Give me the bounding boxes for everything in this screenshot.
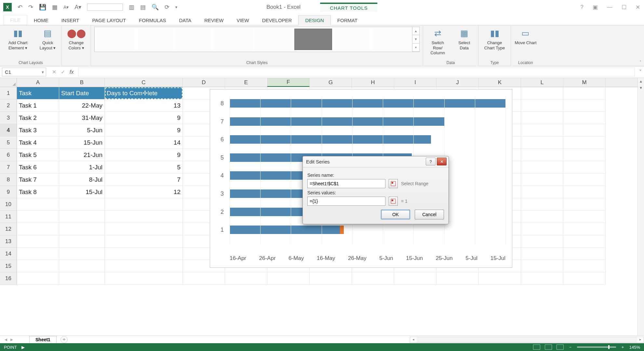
row-head-6[interactable]: 6 (0, 149, 17, 161)
col-head-M[interactable]: M (563, 78, 606, 87)
series-values-input[interactable] (307, 197, 385, 206)
cell-M5[interactable] (563, 136, 606, 149)
expand-formula-bar[interactable]: ˅ (637, 66, 644, 78)
collapse-ribbon-button[interactable]: ˄ (639, 60, 641, 65)
add-chart-element-button[interactable]: ▮▮Add Chart Element ▾ (3, 27, 33, 50)
col-head-J[interactable]: J (436, 78, 479, 87)
chart-bar[interactable] (230, 117, 445, 126)
cell-L11[interactable] (521, 211, 563, 223)
tab-review[interactable]: REVIEW (198, 16, 230, 25)
macro-record-icon[interactable]: ▶ (21, 345, 25, 350)
cell-C11[interactable] (105, 211, 183, 223)
move-chart-button[interactable]: ▭Move Chart (515, 27, 536, 46)
qat-btn-3[interactable]: 🔍 (152, 4, 159, 11)
cell-A11[interactable] (17, 211, 59, 223)
cell-M9[interactable] (563, 186, 606, 198)
sheet-nav-prev[interactable]: ◂ (5, 336, 7, 343)
cell-M1[interactable] (563, 87, 606, 99)
cell-M8[interactable] (563, 174, 606, 186)
cell-M11[interactable] (563, 211, 606, 223)
row-head-15[interactable]: 15 (0, 260, 17, 272)
chart-style-5[interactable] (255, 29, 292, 50)
cell-A10[interactable] (17, 198, 59, 211)
cell-L8[interactable] (521, 174, 563, 186)
cell-E16[interactable] (225, 272, 267, 285)
cell-J16[interactable] (436, 272, 479, 285)
chart-style-8[interactable] (374, 29, 411, 50)
font-dec-icon[interactable]: A▾ (63, 5, 69, 10)
cell-M3[interactable] (563, 112, 606, 124)
tab-formulas[interactable]: FORMULAS (132, 16, 172, 25)
row-head-5[interactable]: 5 (0, 136, 17, 149)
cell-A2[interactable]: Task 1 (17, 99, 59, 112)
cell-A1[interactable]: Task (17, 87, 59, 99)
chart-bar[interactable] (230, 99, 505, 108)
tab-view[interactable]: VIEW (230, 16, 255, 25)
view-page-layout-button[interactable] (545, 344, 552, 350)
col-head-C[interactable]: C (105, 78, 183, 87)
col-head-E[interactable]: E (225, 78, 267, 87)
tab-file[interactable]: FILE (3, 15, 27, 25)
row-head-14[interactable]: 14 (0, 248, 17, 260)
view-page-break-button[interactable] (557, 344, 564, 350)
cell-A5[interactable]: Task 4 (17, 136, 59, 149)
row-head-16[interactable]: 16 (0, 272, 17, 285)
series-name-input[interactable] (307, 179, 385, 188)
dialog-close-button[interactable]: ✕ (437, 158, 447, 165)
cell-B8[interactable]: 8-Jul (59, 174, 105, 186)
row-head-8[interactable]: 8 (0, 174, 17, 186)
cell-G16[interactable] (310, 272, 352, 285)
cell-C8[interactable]: 7 (105, 174, 183, 186)
cell-B7[interactable]: 1-Jul (59, 161, 105, 174)
cell-M4[interactable] (563, 124, 606, 136)
cell-B3[interactable]: 31-May (59, 112, 105, 124)
cell-L4[interactable] (521, 124, 563, 136)
tab-format[interactable]: FORMAT (331, 16, 364, 25)
col-head-F[interactable]: F (267, 78, 310, 87)
quick-layout-button[interactable]: ▤Quick Layout ▾ (37, 27, 58, 50)
cell-B16[interactable] (59, 272, 105, 285)
chart-styles-gallery[interactable]: ▲▼▾ (94, 27, 420, 52)
tab-developer[interactable]: DEVELOPER (256, 16, 299, 25)
qat-btn-4[interactable]: ⟳ (165, 4, 169, 11)
cell-L6[interactable] (521, 149, 563, 161)
styles-more[interactable]: ▾ (412, 44, 419, 52)
fx-icon[interactable]: fx (70, 69, 74, 75)
chart-bar[interactable] (230, 226, 340, 234)
cell-A4[interactable]: Task 3 (17, 124, 59, 136)
scroll-down[interactable]: ▼ (638, 84, 644, 91)
cell-B11[interactable] (59, 211, 105, 223)
col-head-G[interactable]: G (310, 78, 352, 87)
dialog-help-button[interactable]: ? (426, 158, 436, 165)
cell-C3[interactable]: 9 (105, 112, 183, 124)
cell-B10[interactable] (59, 198, 105, 211)
row-head-2[interactable]: 2 (0, 99, 17, 112)
cell-B14[interactable] (59, 248, 105, 260)
row-head-13[interactable]: 13 (0, 235, 17, 248)
zoom-level[interactable]: 145% (629, 345, 640, 350)
switch-row-column-button[interactable]: ⇄Switch Row/ Column (426, 27, 449, 56)
row-head-1[interactable]: 1 (0, 87, 17, 99)
zoom-out-button[interactable]: － (568, 344, 572, 350)
select-all-corner[interactable] (0, 78, 17, 87)
ribbon-options-button[interactable]: ▣ (593, 4, 598, 11)
col-head-L[interactable]: L (521, 78, 563, 87)
cell-C13[interactable] (105, 235, 183, 248)
font-inc-icon[interactable]: A▾ (74, 4, 81, 11)
cell-C2[interactable]: 13 (105, 99, 183, 112)
col-head-A[interactable]: A (17, 78, 59, 87)
formula-input[interactable] (78, 68, 635, 76)
chart-style-7[interactable] (334, 29, 372, 50)
col-head-I[interactable]: I (394, 78, 436, 87)
cell-L12[interactable] (521, 223, 563, 235)
cell-C15[interactable] (105, 260, 183, 272)
cell-B15[interactable] (59, 260, 105, 272)
series-name-range-button[interactable] (389, 179, 398, 188)
row-head-4[interactable]: 4 (0, 124, 17, 136)
cell-L2[interactable] (521, 99, 563, 112)
cell-B9[interactable]: 15-Jul (59, 186, 105, 198)
col-head-D[interactable]: D (183, 78, 225, 87)
enter-formula-button[interactable]: ✓ (61, 69, 65, 75)
cell-M10[interactable] (563, 198, 606, 211)
cell-L14[interactable] (521, 248, 563, 260)
